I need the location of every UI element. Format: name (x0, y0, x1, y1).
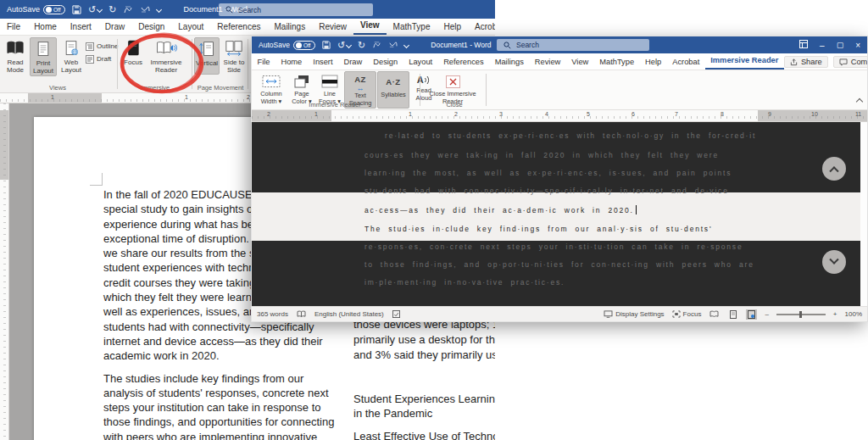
line-focus-next-button[interactable] (822, 250, 846, 274)
mathtype-icon-2[interactable] (388, 41, 398, 49)
tab-draw[interactable]: Draw (338, 58, 368, 70)
tab-review[interactable]: Review (312, 22, 353, 35)
tab-immersive-reader-active[interactable]: Immersive Reader (705, 56, 784, 70)
print-layout-view-button[interactable] (727, 309, 738, 320)
tab-references[interactable]: References (438, 58, 490, 70)
group-separator (117, 39, 118, 89)
line-focus-icon (320, 75, 339, 89)
group-separator (248, 39, 248, 89)
print-layout-button[interactable]: Print Layout (30, 37, 57, 76)
focus-button[interactable]: Focus (120, 37, 146, 75)
save-icon[interactable] (72, 5, 81, 14)
tab-mathtype[interactable]: MathType (387, 22, 437, 35)
zoom-slider-thumb[interactable] (799, 311, 802, 318)
outline-button[interactable]: Outline (86, 41, 118, 52)
tab-references[interactable]: References (210, 22, 267, 35)
quick-access-more-icon[interactable] (403, 42, 409, 47)
tab-layout[interactable]: Layout (171, 22, 210, 35)
draft-button[interactable]: Draft (86, 53, 118, 64)
tab-help[interactable]: Help (640, 58, 667, 70)
display-settings-button[interactable]: Display Settings (604, 310, 664, 318)
scrollbar[interactable] (860, 122, 867, 306)
save-icon[interactable] (322, 41, 331, 49)
tab-layout[interactable]: Layout (403, 58, 438, 70)
web-layout-button[interactable]: Web Layout (58, 37, 85, 76)
accessibility-icon[interactable] (392, 310, 400, 318)
tab-draw[interactable]: Draw (98, 22, 131, 35)
zoom-out-button[interactable]: – (765, 310, 768, 318)
search-icon (504, 42, 511, 49)
side-to-side-icon (224, 40, 244, 57)
search-input[interactable]: Search (219, 3, 373, 16)
tab-mailings[interactable]: Mailings (267, 22, 312, 35)
toggle-dot (296, 42, 302, 48)
mathtype-icon-2[interactable] (140, 5, 150, 14)
collapse-ribbon-icon[interactable] (856, 98, 863, 105)
tab-insert[interactable]: Insert (64, 22, 98, 35)
word-count[interactable]: 365 words (257, 310, 288, 318)
tab-design[interactable]: Design (131, 22, 171, 35)
document-column-2-paragraph: those devices were laptops; 18% primaril… (353, 317, 495, 363)
tab-file[interactable]: File (252, 58, 275, 70)
word-window-immersive-reader: AutoSave Off ↺ ↻ Document1 - Word Search… (251, 36, 868, 322)
immersive-reader-canvas: re·lat·ed to stu·dents ex·pe·ri·enc·es w… (252, 122, 867, 306)
undo-icon[interactable]: ↺ (337, 41, 351, 50)
tab-insert[interactable]: Insert (308, 58, 338, 70)
autosave-toggle[interactable]: AutoSave Off (7, 5, 65, 14)
tab-review[interactable]: Review (529, 58, 565, 70)
read-mode-view-button[interactable] (709, 309, 720, 320)
autosave-state: Off (303, 42, 311, 48)
vertical-button[interactable]: Vertical (194, 37, 220, 75)
autosave-toggle[interactable]: AutoSave Off (259, 41, 315, 50)
tab-mailings[interactable]: Mailings (489, 58, 529, 70)
zoom-level[interactable]: 100% (845, 310, 862, 318)
horizontal-ruler[interactable]: 2 1 1 2 3 4 5 6 7 8 9 10 11 (252, 110, 867, 122)
read-mode-button[interactable]: Read Mode (2, 37, 29, 76)
tab-help[interactable]: Help (437, 22, 469, 35)
line-focus-previous-button[interactable] (822, 157, 846, 181)
share-button[interactable]: Share (784, 56, 828, 68)
quick-access-more-icon[interactable] (156, 6, 162, 12)
web-layout-view-button[interactable] (746, 309, 757, 320)
tab-home[interactable]: Home (275, 58, 308, 70)
focus-mode-button[interactable]: Focus (672, 310, 702, 318)
proofing-book-icon[interactable] (297, 310, 306, 318)
tab-home[interactable]: Home (27, 22, 64, 35)
vertical-ruler[interactable] (0, 103, 9, 440)
doc-line: steps your institution can take in respo… (103, 400, 334, 415)
doc-line: those findings, and opportunities for co… (103, 415, 334, 429)
zoom-slider[interactable] (776, 314, 826, 315)
restore-button[interactable]: ▢ (837, 41, 844, 49)
reader-line-focused: ac·cess—as they did their ac·a·dem·ic wo… (364, 205, 637, 214)
tab-mathtype[interactable]: MathType (594, 58, 640, 70)
mathtype-icon-1[interactable] (123, 5, 133, 14)
undo-icon[interactable]: ↺ (88, 5, 102, 14)
minimize-button[interactable]: – (820, 41, 825, 50)
tab-acrobat[interactable]: Acrobat (667, 58, 705, 70)
tab-design[interactable]: Design (368, 58, 403, 70)
focus-icon (125, 40, 142, 57)
tab-file[interactable]: File (0, 22, 27, 35)
titlebar: AutoSave Off ↺ ↻ Document1 - Word Search (0, 0, 495, 19)
comments-button[interactable]: Comments (833, 56, 868, 68)
column-width-icon (261, 75, 281, 89)
mathtype-icon-1[interactable] (372, 41, 381, 49)
print-layout-icon (35, 41, 52, 58)
reader-line: im·ple·ment·ing in·no·va·tive prac·tic·e… (364, 278, 565, 287)
language-indicator[interactable]: English (United States) (314, 310, 384, 318)
ribbon-display-options-icon[interactable] (799, 40, 808, 50)
immersive-reader-button[interactable]: Immersive Reader (147, 37, 185, 75)
redo-icon[interactable]: ↻ (108, 5, 116, 14)
doc-line: and 3% said they primarily use a (353, 348, 495, 363)
close-button[interactable]: × (855, 41, 860, 50)
display-settings-icon (604, 310, 613, 318)
tab-acrobat[interactable]: Acrobat (468, 22, 495, 35)
tab-view[interactable]: View (566, 58, 594, 70)
zoom-in-button[interactable]: + (833, 310, 837, 318)
window-title: Document1 - Word (431, 41, 491, 49)
side-to-side-button[interactable]: Side to Side (220, 37, 248, 75)
search-input[interactable]: Search (497, 39, 649, 51)
redo-icon[interactable]: ↻ (358, 41, 365, 50)
reader-line: re·spons·es, con·crete next steps your i… (364, 242, 743, 251)
tab-view-active[interactable]: View (353, 20, 387, 35)
